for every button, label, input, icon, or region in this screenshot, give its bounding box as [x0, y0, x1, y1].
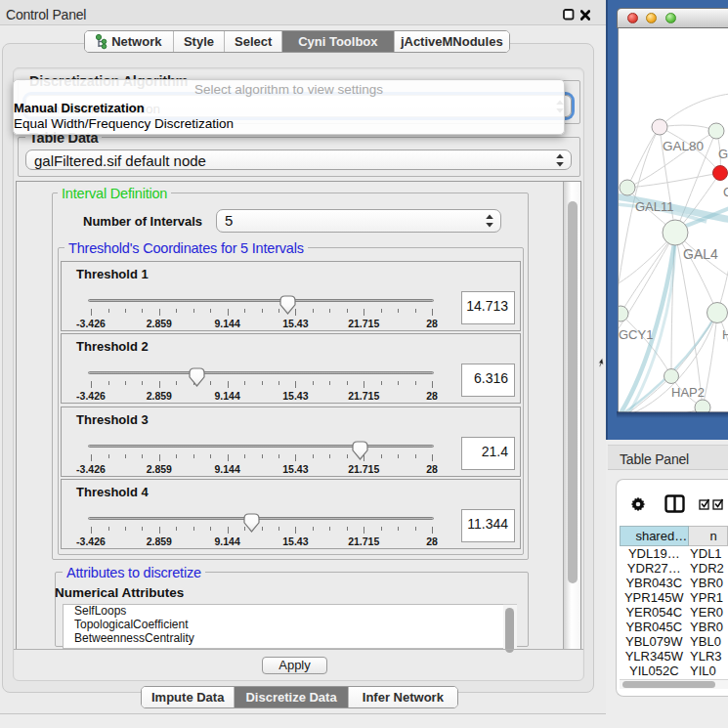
svg-text:HAP2: HAP2: [671, 385, 705, 400]
svg-text:C: C: [723, 185, 728, 199]
svg-text:GAL4: GAL4: [683, 246, 718, 262]
svg-text:H: H: [722, 327, 728, 342]
svg-text:GCY1: GCY1: [619, 327, 653, 342]
svg-text:GAL11: GAL11: [635, 199, 674, 214]
svg-text:GAL80: GAL80: [663, 139, 704, 153]
svg-text:GA: GA: [718, 147, 728, 161]
